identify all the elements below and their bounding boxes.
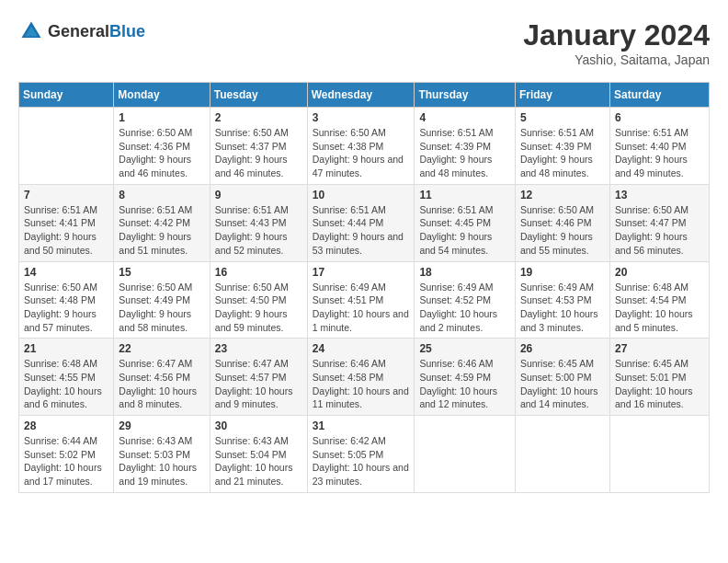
day-number: 28 <box>24 419 108 432</box>
day-info: Sunrise: 6:48 AMSunset: 4:54 PMDaylight:… <box>615 281 704 335</box>
day-info: Sunrise: 6:46 AMSunset: 4:58 PMDaylight:… <box>313 357 410 411</box>
day-info: Sunrise: 6:49 AMSunset: 4:52 PMDaylight:… <box>419 281 510 335</box>
day-info: Sunrise: 6:42 AMSunset: 5:05 PMDaylight:… <box>313 434 410 488</box>
logo-text-blue: Blue <box>109 22 145 40</box>
day-number: 16 <box>215 266 302 279</box>
calendar-cell: 2Sunrise: 6:50 AMSunset: 4:37 PMDaylight… <box>210 108 307 185</box>
day-number: 9 <box>215 189 302 201</box>
calendar-cell <box>609 416 709 493</box>
day-info: Sunrise: 6:49 AMSunset: 4:51 PMDaylight:… <box>313 281 410 335</box>
calendar-cell: 25Sunrise: 6:46 AMSunset: 4:59 PMDayligh… <box>415 339 516 416</box>
day-number: 11 <box>419 189 510 201</box>
day-number: 10 <box>313 189 410 201</box>
day-number: 25 <box>419 342 510 355</box>
day-number: 5 <box>520 111 605 124</box>
calendar-table: SundayMondayTuesdayWednesdayThursdayFrid… <box>18 82 710 493</box>
day-info: Sunrise: 6:50 AMSunset: 4:37 PMDaylight:… <box>215 126 302 180</box>
day-info: Sunrise: 6:43 AMSunset: 5:04 PMDaylight:… <box>215 434 302 488</box>
calendar-cell <box>19 108 114 185</box>
calendar-week-row: 1Sunrise: 6:50 AMSunset: 4:36 PMDaylight… <box>19 108 710 185</box>
day-info: Sunrise: 6:48 AMSunset: 4:55 PMDaylight:… <box>24 357 108 411</box>
location-title: Yashio, Saitama, Japan <box>523 52 710 67</box>
calendar-cell: 30Sunrise: 6:43 AMSunset: 5:04 PMDayligh… <box>210 416 307 493</box>
calendar-cell: 8Sunrise: 6:51 AMSunset: 4:42 PMDaylight… <box>114 184 210 261</box>
day-number: 31 <box>313 419 410 432</box>
day-info: Sunrise: 6:51 AMSunset: 4:39 PMDaylight:… <box>419 126 510 180</box>
weekday-header-monday: Monday <box>114 83 210 108</box>
logo-icon <box>18 18 44 44</box>
calendar-cell: 23Sunrise: 6:47 AMSunset: 4:57 PMDayligh… <box>210 339 307 416</box>
day-info: Sunrise: 6:44 AMSunset: 5:02 PMDaylight:… <box>24 434 108 488</box>
day-info: Sunrise: 6:49 AMSunset: 4:53 PMDaylight:… <box>520 281 605 335</box>
calendar-cell: 16Sunrise: 6:50 AMSunset: 4:50 PMDayligh… <box>210 261 307 339</box>
day-number: 13 <box>615 189 704 201</box>
calendar-cell: 21Sunrise: 6:48 AMSunset: 4:55 PMDayligh… <box>19 339 114 416</box>
day-info: Sunrise: 6:43 AMSunset: 5:03 PMDaylight:… <box>119 434 204 488</box>
calendar-cell: 9Sunrise: 6:51 AMSunset: 4:43 PMDaylight… <box>210 184 307 261</box>
day-info: Sunrise: 6:50 AMSunset: 4:36 PMDaylight:… <box>119 126 204 180</box>
calendar-cell: 5Sunrise: 6:51 AMSunset: 4:39 PMDaylight… <box>515 108 609 185</box>
day-number: 14 <box>24 266 108 279</box>
calendar-week-row: 28Sunrise: 6:44 AMSunset: 5:02 PMDayligh… <box>19 416 710 493</box>
day-info: Sunrise: 6:51 AMSunset: 4:41 PMDaylight:… <box>24 203 108 258</box>
calendar-cell: 20Sunrise: 6:48 AMSunset: 4:54 PMDayligh… <box>609 261 709 339</box>
calendar-cell: 12Sunrise: 6:50 AMSunset: 4:46 PMDayligh… <box>515 184 609 261</box>
day-info: Sunrise: 6:50 AMSunset: 4:50 PMDaylight:… <box>215 281 302 335</box>
day-number: 2 <box>215 111 302 124</box>
title-block: January 2024 Yashio, Saitama, Japan <box>523 18 710 67</box>
calendar-cell: 28Sunrise: 6:44 AMSunset: 5:02 PMDayligh… <box>19 416 114 493</box>
day-number: 22 <box>119 342 204 355</box>
calendar-cell: 11Sunrise: 6:51 AMSunset: 4:45 PMDayligh… <box>415 184 516 261</box>
calendar-cell: 18Sunrise: 6:49 AMSunset: 4:52 PMDayligh… <box>415 261 516 339</box>
calendar-cell: 22Sunrise: 6:47 AMSunset: 4:56 PMDayligh… <box>114 339 210 416</box>
day-number: 8 <box>119 189 204 201</box>
logo-text-general: General <box>48 22 109 40</box>
weekday-header-row: SundayMondayTuesdayWednesdayThursdayFrid… <box>19 83 710 108</box>
calendar-cell <box>415 416 516 493</box>
calendar-cell: 31Sunrise: 6:42 AMSunset: 5:05 PMDayligh… <box>307 416 415 493</box>
calendar-cell: 6Sunrise: 6:51 AMSunset: 4:40 PMDaylight… <box>609 108 709 185</box>
calendar-cell: 15Sunrise: 6:50 AMSunset: 4:49 PMDayligh… <box>114 261 210 339</box>
day-info: Sunrise: 6:51 AMSunset: 4:39 PMDaylight:… <box>520 126 605 180</box>
day-number: 1 <box>119 111 204 124</box>
weekday-header-tuesday: Tuesday <box>210 83 307 108</box>
day-number: 23 <box>215 342 302 355</box>
page-header: GeneralBlue January 2024 Yashio, Saitama… <box>18 18 710 67</box>
calendar-cell: 10Sunrise: 6:51 AMSunset: 4:44 PMDayligh… <box>307 184 415 261</box>
day-number: 24 <box>313 342 410 355</box>
day-number: 4 <box>419 111 510 124</box>
calendar-cell: 27Sunrise: 6:45 AMSunset: 5:01 PMDayligh… <box>609 339 709 416</box>
day-number: 6 <box>615 111 704 124</box>
day-info: Sunrise: 6:45 AMSunset: 5:00 PMDaylight:… <box>520 357 605 411</box>
month-title: January 2024 <box>523 18 710 52</box>
day-info: Sunrise: 6:45 AMSunset: 5:01 PMDaylight:… <box>615 357 704 411</box>
calendar-cell: 1Sunrise: 6:50 AMSunset: 4:36 PMDaylight… <box>114 108 210 185</box>
day-number: 12 <box>520 189 605 201</box>
day-number: 20 <box>615 266 704 279</box>
day-info: Sunrise: 6:51 AMSunset: 4:43 PMDaylight:… <box>215 203 302 258</box>
weekday-header-thursday: Thursday <box>415 83 516 108</box>
day-number: 21 <box>24 342 108 355</box>
calendar-week-row: 21Sunrise: 6:48 AMSunset: 4:55 PMDayligh… <box>19 339 710 416</box>
day-info: Sunrise: 6:50 AMSunset: 4:47 PMDaylight:… <box>615 203 704 258</box>
logo: GeneralBlue <box>18 18 145 44</box>
day-number: 17 <box>313 266 410 279</box>
day-info: Sunrise: 6:51 AMSunset: 4:44 PMDaylight:… <box>313 203 410 258</box>
calendar-cell: 7Sunrise: 6:51 AMSunset: 4:41 PMDaylight… <box>19 184 114 261</box>
calendar-cell: 26Sunrise: 6:45 AMSunset: 5:00 PMDayligh… <box>515 339 609 416</box>
calendar-cell: 14Sunrise: 6:50 AMSunset: 4:48 PMDayligh… <box>19 261 114 339</box>
calendar-week-row: 14Sunrise: 6:50 AMSunset: 4:48 PMDayligh… <box>19 261 710 339</box>
calendar-cell: 13Sunrise: 6:50 AMSunset: 4:47 PMDayligh… <box>609 184 709 261</box>
day-info: Sunrise: 6:47 AMSunset: 4:56 PMDaylight:… <box>119 357 204 411</box>
day-info: Sunrise: 6:50 AMSunset: 4:48 PMDaylight:… <box>24 281 108 335</box>
day-number: 19 <box>520 266 605 279</box>
day-number: 7 <box>24 189 108 201</box>
weekday-header-sunday: Sunday <box>19 83 114 108</box>
calendar-cell: 29Sunrise: 6:43 AMSunset: 5:03 PMDayligh… <box>114 416 210 493</box>
calendar-cell: 4Sunrise: 6:51 AMSunset: 4:39 PMDaylight… <box>415 108 516 185</box>
day-number: 30 <box>215 419 302 432</box>
calendar-cell: 19Sunrise: 6:49 AMSunset: 4:53 PMDayligh… <box>515 261 609 339</box>
day-number: 29 <box>119 419 204 432</box>
day-number: 18 <box>419 266 510 279</box>
day-number: 3 <box>313 111 410 124</box>
